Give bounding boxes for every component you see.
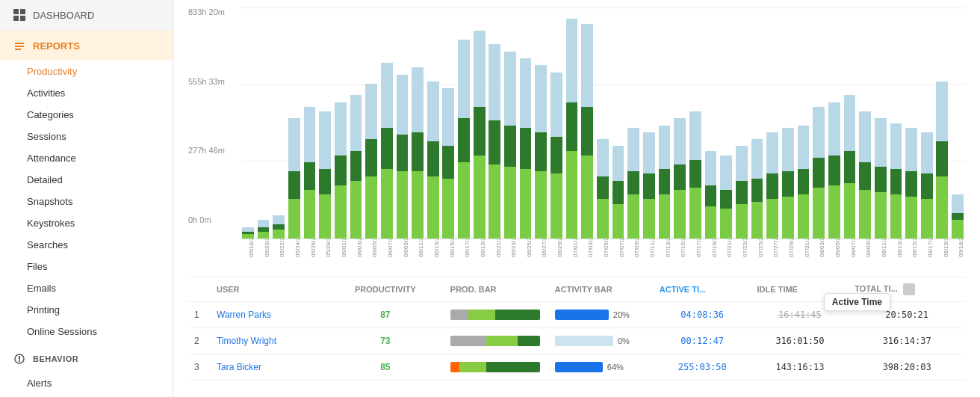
bar-group xyxy=(456,7,471,238)
sidebar-item-snapshots[interactable]: Snapshots xyxy=(0,191,173,212)
productivity-label: Productivity xyxy=(27,66,77,77)
categories-label: Categories xyxy=(27,109,74,120)
bar-productive xyxy=(474,156,486,238)
col-productivity[interactable]: PRODUCTIVITY xyxy=(326,277,444,302)
sidebar-item-dashboard[interactable]: DASHBOARD xyxy=(0,0,173,31)
behavior-label: BEHAVIOR xyxy=(33,354,78,363)
sidebar-item-printing[interactable]: Printing xyxy=(0,299,173,321)
user-name-cell[interactable]: Tara Bicker xyxy=(211,354,326,381)
chart-x-labels: 05/18/202105/20/202105/22/202105/24/2021… xyxy=(241,239,965,276)
svg-rect-4 xyxy=(15,43,24,44)
bar-productive xyxy=(520,169,532,238)
y-label-mid2: 277h 46m xyxy=(188,146,225,155)
bar-productive xyxy=(535,171,547,238)
bar-group xyxy=(518,7,533,238)
idle-time-cell: 316:01:50 xyxy=(751,328,849,354)
attendance-label: Attendance xyxy=(27,153,76,164)
svg-rect-0 xyxy=(13,9,19,14)
sidebar-item-detailed[interactable]: Detailed xyxy=(0,169,173,191)
bar-productive xyxy=(335,185,347,238)
col-user[interactable]: USER xyxy=(211,277,326,302)
bar-group xyxy=(750,7,765,238)
behavior-section: BEHAVIOR xyxy=(0,345,173,372)
productivity-cell: 87 xyxy=(326,302,444,328)
bar-productive xyxy=(365,176,377,238)
svg-rect-1 xyxy=(20,9,25,14)
total-time-cell: 398:20:03 xyxy=(849,354,965,381)
bar-group xyxy=(919,7,934,238)
col-active-time[interactable]: ACTIVE TI... xyxy=(654,277,751,302)
bar-productive xyxy=(427,176,439,238)
bar-productive xyxy=(551,173,562,238)
user-name-cell[interactable]: Timothy Wright xyxy=(211,328,326,354)
productivity-cell: 85 xyxy=(326,354,444,381)
svg-rect-5 xyxy=(15,46,24,47)
active-time-cell: 255:03:50 xyxy=(654,354,751,381)
svg-rect-2 xyxy=(13,16,19,21)
bar-group xyxy=(241,7,255,238)
bar-group xyxy=(642,7,657,238)
bar-productive xyxy=(798,194,810,238)
col-prod-bar: PROD. BAR xyxy=(444,277,549,302)
bar-group xyxy=(950,7,965,238)
sidebar-item-emails[interactable]: Emails xyxy=(0,277,173,299)
bar-group xyxy=(580,7,595,238)
bar-group xyxy=(441,7,456,238)
prod-bar-cell xyxy=(444,328,549,354)
col-rank xyxy=(188,277,211,302)
bar-group xyxy=(904,7,919,238)
svg-rect-9 xyxy=(19,360,20,362)
sidebar-item-searches[interactable]: Searches xyxy=(0,234,173,256)
dashboard-label: DASHBOARD xyxy=(33,10,94,21)
y-label-mid1: 555h 33m xyxy=(188,77,225,86)
sidebar-item-sessions[interactable]: Sessions xyxy=(0,126,173,147)
bar-group xyxy=(256,7,271,238)
rank-cell: 2 xyxy=(188,328,211,354)
chart-container: 833h 20m 555h 33m 277h 46m 0h 0m 05/18/2… xyxy=(173,0,980,269)
activity-pct: 64% xyxy=(607,363,624,372)
bar-group xyxy=(889,7,904,238)
bar-productive xyxy=(751,202,763,238)
sidebar-item-keystrokes[interactable]: Keystrokes xyxy=(0,212,173,234)
bar-productive xyxy=(442,179,454,238)
sidebar-item-alerts[interactable]: Alerts xyxy=(0,372,173,394)
bar-productive xyxy=(597,199,609,238)
bar-group xyxy=(533,7,548,238)
sidebar-item-attendance[interactable]: Attendance xyxy=(0,147,173,169)
bar-productive xyxy=(258,232,270,238)
bar-productive xyxy=(627,194,639,238)
activity-bar-cell: 64% xyxy=(549,354,654,381)
total-time-cell: 316:14:37 xyxy=(849,328,965,354)
bar-productive xyxy=(720,209,732,238)
table-row: 2Timothy Wright730%00:12:47316:01:50316:… xyxy=(188,328,965,354)
bar-group xyxy=(472,7,487,238)
column-settings-icon[interactable] xyxy=(903,283,915,295)
sidebar-item-online-sessions[interactable]: Online Sessions xyxy=(0,321,173,342)
active-time-cell: 00:12:47 xyxy=(654,328,751,354)
bar-group xyxy=(333,7,348,238)
user-name-cell[interactable]: Warren Parks xyxy=(211,302,326,328)
activity-pct: 0% xyxy=(618,336,630,345)
bar-group xyxy=(781,7,796,238)
tooltip-label: Active Time xyxy=(832,297,882,307)
bar-productive xyxy=(936,176,948,238)
y-label-bottom: 0h 0m xyxy=(188,215,225,224)
sidebar-item-reports[interactable]: REPORTS xyxy=(0,31,173,61)
bar-group xyxy=(858,7,872,238)
bar-group xyxy=(843,7,858,238)
bar-group xyxy=(426,7,441,238)
bar-group xyxy=(379,7,394,238)
bar-productive xyxy=(273,230,285,238)
bar-productive xyxy=(397,171,409,238)
sidebar-item-files[interactable]: Files xyxy=(0,256,173,277)
prod-bar-cell xyxy=(444,302,549,328)
online-sessions-label: Online Sessions xyxy=(27,326,97,337)
sidebar-item-categories[interactable]: Categories xyxy=(0,104,173,126)
sidebar-item-productivity[interactable]: Productivity xyxy=(0,61,173,82)
bar-productive xyxy=(828,185,840,238)
bar-group xyxy=(657,7,672,238)
sidebar-item-activities[interactable]: Activities xyxy=(0,82,173,104)
bar-productive xyxy=(643,199,655,238)
bar-productive xyxy=(952,220,964,238)
bar-group xyxy=(349,7,364,238)
